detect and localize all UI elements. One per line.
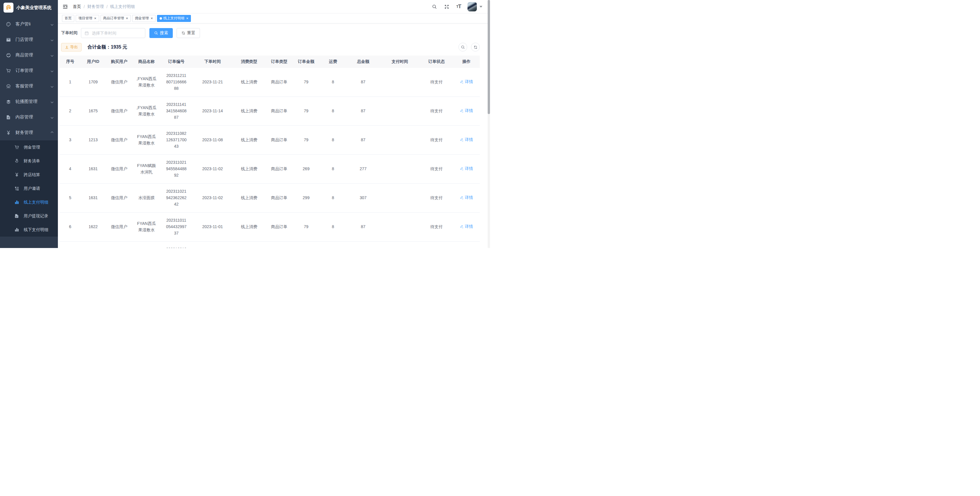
avatar[interactable]: [468, 2, 477, 11]
pdf-icon: PDF: [14, 213, 19, 219]
sidebar-item-label: 内容管理: [16, 114, 50, 120]
sidebar-item-finance-list[interactable]: 财务清单: [0, 154, 58, 168]
sidebar-item-invite[interactable]: 用户邀请: [0, 182, 58, 195]
search-button[interactable]: 搜索: [150, 28, 173, 38]
cell-buyer: 微信用户: [105, 213, 133, 242]
page-scrollbar: [488, 0, 490, 248]
table-row: 21675微信用户,FYAN西瓜果湿敷水20231114134158460887…: [59, 97, 480, 126]
header-search-icon[interactable]: [432, 4, 437, 10]
detail-link-label: 详情: [465, 223, 473, 230]
order-time-picker[interactable]: [81, 28, 145, 38]
tags-view-bar: 首页项目管理×商品订单管理×佣金管理×线上支付明细×: [58, 13, 490, 23]
page-content: 下单时间 搜索: [58, 23, 490, 248]
sidebar-item-label: 客服管理: [16, 83, 50, 89]
sidebar-item-label: 商品管理: [16, 53, 50, 58]
column-header: 商品名称: [133, 56, 160, 68]
sidebar-item-customer[interactable]: 客户管li: [0, 16, 58, 32]
cell-consume-type: 线上消费: [232, 97, 266, 126]
cell-order-no: 20231102194236226242: [160, 183, 192, 213]
chevron-down-icon: [50, 22, 54, 26]
tab-commission[interactable]: 佣金管理×: [132, 15, 156, 22]
hand-icon: [14, 158, 19, 164]
tab-home[interactable]: 首页: [62, 15, 74, 22]
sidebar-collapse-icon[interactable]: [62, 4, 68, 10]
cell-order-status: 待支付: [420, 97, 453, 126]
close-icon[interactable]: ×: [126, 16, 128, 20]
column-header: 消费类型: [232, 56, 266, 68]
chevron-down-icon: [50, 100, 54, 104]
detail-link-label: 详情: [465, 79, 473, 85]
tab-goods-order[interactable]: 商品订单管理×: [100, 15, 131, 22]
chevron-down-icon: [50, 115, 54, 119]
app-root: 小象美业管理系统 客户管li门店管理商品管理订单管理客服管理轮播图管理内容管理财…: [0, 0, 490, 248]
cell-order-type: 商品订单: [266, 126, 293, 155]
order-time-input[interactable]: [91, 30, 145, 36]
table-tools: [458, 43, 480, 51]
active-tab-dot: [160, 17, 162, 19]
palette-icon: [6, 21, 11, 27]
scrollbar-thumb[interactable]: [488, 0, 490, 114]
detail-link[interactable]: 详情: [460, 223, 473, 230]
sidebar-item-orders[interactable]: 订单管理: [0, 63, 58, 78]
breadcrumb-finance[interactable]: 财务管理: [88, 4, 104, 10]
sidebar-item-content[interactable]: 内容管理: [0, 109, 58, 125]
breadcrumb-separator: /: [107, 5, 108, 9]
table-row: 11709微信用户,FYAN西瓜果湿敷水20231121180711666688…: [59, 68, 480, 97]
app-title: 小象美业管理系统: [16, 5, 51, 11]
user-menu[interactable]: [468, 2, 482, 11]
cell-total-amount: 87: [347, 126, 380, 155]
cell-user-id: 1213: [81, 126, 105, 155]
sidebar-item-carousel[interactable]: 轮播图管理: [0, 94, 58, 109]
edit-pen-icon: [460, 138, 464, 142]
sidebar-item-offline-pay[interactable]: 线下支付明细: [0, 223, 58, 237]
reset-button[interactable]: 重置: [177, 28, 200, 38]
cell-product-name: ,FYAN西瓜果湿敷水: [133, 68, 160, 97]
detail-link[interactable]: 详情: [460, 195, 473, 201]
table-refresh-button[interactable]: [471, 43, 480, 51]
cell-actions: 详情: [453, 242, 480, 248]
sidebar-item-goods[interactable]: 商品管理: [0, 47, 58, 63]
sidebar-item-commission[interactable]: 佣金管理: [0, 140, 58, 154]
cell-freight: 8: [320, 97, 347, 126]
tab-online-pay[interactable]: 线上支付明细×: [157, 15, 191, 22]
cell-consume-type: 线上消费: [232, 242, 266, 248]
logo-bar[interactable]: 小象美业管理系统: [0, 0, 58, 15]
detail-link[interactable]: 详情: [460, 137, 473, 143]
cell-total-amount: 8: [347, 242, 380, 248]
cell-pay-time: [380, 126, 420, 155]
cell-total-amount: 277: [347, 155, 380, 183]
sidebar-item-online-pay[interactable]: 线上支付明细: [0, 195, 58, 209]
export-button[interactable]: 导出: [61, 43, 81, 51]
sidebar-item-service[interactable]: 客服管理: [0, 78, 58, 94]
total-amount: 合计金额：1935 元: [88, 44, 127, 50]
close-icon[interactable]: ×: [151, 16, 153, 20]
sidebar-item-cross-store[interactable]: 跨店结算: [0, 168, 58, 182]
table-search-toggle-button[interactable]: [458, 43, 467, 51]
cell-freight: 8: [320, 126, 347, 155]
sidebar-item-withdraw[interactable]: PDF用户提现记录: [0, 209, 58, 223]
close-icon[interactable]: ×: [186, 16, 189, 20]
detail-link[interactable]: 详情: [460, 79, 473, 85]
cell-freight: 8: [320, 155, 347, 183]
sidebar-item-store[interactable]: 门店管理: [0, 32, 58, 47]
detail-link[interactable]: 详情: [460, 108, 473, 114]
sidebar-item-label: 订单管理: [16, 68, 50, 73]
detail-link[interactable]: 详情: [460, 166, 473, 172]
sidebar-item-finance[interactable]: 财务管理: [0, 125, 58, 140]
column-header: 订单金额: [293, 56, 320, 68]
cell-freight: 8: [320, 242, 347, 248]
document-icon: [6, 114, 11, 120]
calendar-icon: [84, 31, 89, 35]
font-size-icon[interactable]: TT: [457, 3, 461, 10]
close-icon[interactable]: ×: [94, 16, 97, 20]
cell-freight: 8: [320, 183, 347, 213]
cell-buyer: 微信用户: [105, 183, 133, 213]
tab-project[interactable]: 项目管理×: [76, 15, 99, 22]
breadcrumb-home[interactable]: 首页: [73, 4, 81, 10]
cell-order-no: 20231108212637170043: [160, 126, 192, 155]
cell-order-status: 待支付: [420, 242, 453, 248]
table-row: 41631微信用户FYAN赋颜水润乳2023110219455844889220…: [59, 155, 480, 183]
chevron-up-icon: [50, 131, 54, 134]
fullscreen-icon[interactable]: [444, 4, 449, 10]
cell-user-id: 1709: [81, 68, 105, 97]
